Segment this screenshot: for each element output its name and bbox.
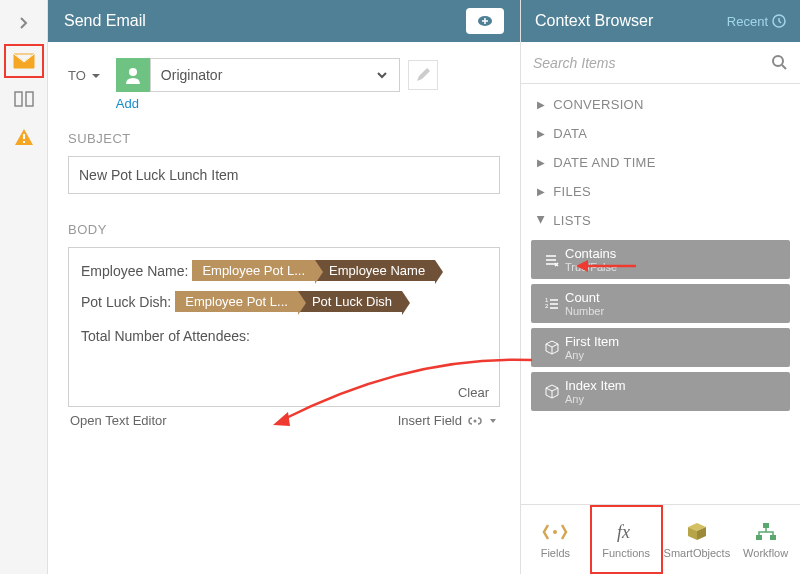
open-text-editor-link[interactable]: Open Text Editor [70,413,167,428]
svg-point-11 [553,530,557,534]
columns-icon[interactable] [4,82,44,116]
page-title: Send Email [48,0,520,42]
svg-point-6 [474,419,477,422]
function-contains[interactable]: ContainsTrue/False [531,240,790,279]
field-token[interactable]: Employee Pot L... Pot Luck Dish [175,291,402,312]
tab-functions[interactable]: fx Functions [590,505,663,574]
workflow-icon [754,521,778,543]
insert-field-link[interactable]: Insert Field [398,413,498,428]
body-text: Pot Luck Dish: [81,294,171,310]
tree-category-files[interactable]: ▶FILES [531,177,790,206]
body-text: Employee Name: [81,263,188,279]
tab-smartobjects[interactable]: SmartObjects [663,505,732,574]
clear-button[interactable]: Clear [458,385,489,400]
clock-icon [772,14,786,28]
subject-label: SUBJECT [68,131,500,146]
svg-rect-14 [756,535,762,540]
tree-category-conversion[interactable]: ▶CONVERSION [531,90,790,119]
add-recipient-link[interactable]: Add [116,96,438,111]
function-first-item[interactable]: First ItemAny [531,328,790,367]
cube-icon [539,340,565,356]
add-tab-button[interactable] [466,8,504,34]
svg-rect-15 [770,535,776,540]
field-token[interactable]: Employee Pot L... Employee Name [192,260,435,281]
svg-text:fx: fx [617,522,630,542]
insert-field-icon [466,415,484,427]
chevron-down-icon[interactable] [375,68,389,82]
function-count[interactable]: 12 CountNumber [531,284,790,323]
svg-rect-13 [763,523,769,528]
to-label: TO [68,68,102,83]
to-value: Originator [161,67,222,83]
svg-point-8 [773,56,783,66]
tree-category-lists[interactable]: ▶LISTS [531,206,790,235]
tab-fields[interactable]: Fields [521,505,590,574]
svg-rect-3 [23,141,25,143]
body-text: Total Number of Attendees: [81,328,250,344]
recent-link[interactable]: Recent [727,14,786,29]
chevron-down-icon [488,416,498,426]
search-input[interactable] [533,55,772,71]
edit-to-button[interactable] [408,60,438,90]
contains-icon [539,251,565,269]
warning-icon[interactable] [4,120,44,154]
tree-category-datetime[interactable]: ▶DATE AND TIME [531,148,790,177]
brackets-icon [542,521,568,543]
fx-icon: fx [613,521,639,543]
person-icon [116,58,150,92]
svg-rect-0 [15,92,22,106]
left-rail [0,0,48,574]
collapse-icon[interactable] [4,6,44,40]
search-icon[interactable] [772,55,788,71]
svg-point-5 [129,68,137,76]
subject-input[interactable] [68,156,500,194]
to-field[interactable]: Originator [150,58,400,92]
svg-rect-2 [23,134,25,139]
count-icon: 12 [539,295,565,313]
mail-icon[interactable] [4,44,44,78]
svg-rect-1 [26,92,33,106]
tab-workflow[interactable]: Workflow [731,505,800,574]
cube3d-icon [685,521,709,543]
svg-text:2: 2 [545,303,549,309]
body-editor[interactable]: Employee Name: Employee Pot L... Employe… [68,247,500,407]
cube-icon [539,384,565,400]
header-title-text: Send Email [64,12,146,30]
context-browser-title: Context Browser Recent [521,0,800,42]
body-label: BODY [68,222,500,237]
function-index-item[interactable]: Index ItemAny [531,372,790,411]
tree-category-data[interactable]: ▶DATA [531,119,790,148]
